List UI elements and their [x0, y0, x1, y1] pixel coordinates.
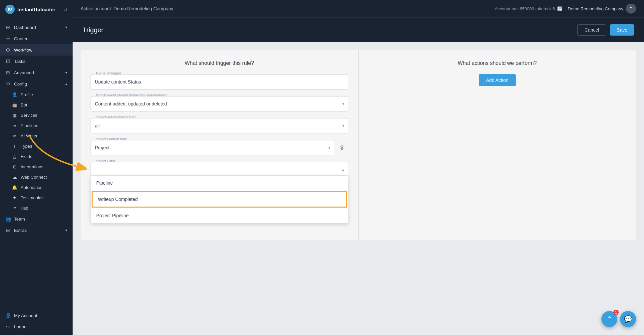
advanced-icon: ⊟ — [5, 70, 11, 75]
web-connect-icon: ☁ — [12, 175, 17, 180]
dropdown-item-pipeline[interactable]: Pipeline — [91, 176, 348, 190]
content-icon: ☰ — [5, 36, 11, 41]
name-field-label: Name of trigger — [95, 71, 123, 75]
notification-badge: 1 — [613, 310, 619, 315]
sidebar-item-fields[interactable]: △ Fields — [0, 151, 73, 162]
filter-select[interactable]: all — [91, 118, 348, 133]
select-filter-group: Select Filter ▴ Pipeline Writeup Complet… — [91, 162, 348, 223]
tokens-text: Account has 650000 tokens left — [495, 6, 555, 11]
event-select[interactable]: Content added, updated or deleted — [91, 96, 348, 111]
select-filter-input[interactable]: ▴ — [91, 162, 348, 177]
sidebar-footer: 👤 My Account ↪ Logout — [0, 307, 73, 335]
filter-select-wrapper: all ▾ — [91, 118, 348, 133]
chat-bubble-button[interactable]: 💬 — [620, 311, 636, 327]
trigger-right-panel: What actions should we perform? Add Acti… — [359, 50, 636, 240]
sidebar-item-testimonials[interactable]: ★ Testimonials — [0, 193, 73, 203]
sidebar-item-label: Profile — [21, 92, 33, 97]
dashboard-icon: ⊞ — [5, 25, 11, 30]
sidebar-item-label: Tasks — [14, 59, 26, 64]
trigger-title: Trigger — [83, 26, 104, 34]
sidebar-item-label: Workflow — [14, 48, 32, 53]
pin-icon[interactable]: ⊿ — [63, 7, 67, 12]
sidebar-item-label: Automation — [21, 185, 43, 190]
sidebar-item-workflow[interactable]: ⬡ Workflow — [0, 44, 73, 56]
topbar: Active account: Demo Remodeling Company … — [73, 0, 644, 17]
sidebar-item-label: Extras — [14, 228, 27, 233]
sidebar-item-integrations[interactable]: ⊞ Integrations — [0, 162, 73, 172]
add-action-button[interactable]: Add Action — [479, 74, 516, 86]
sidebar-item-profile[interactable]: 👤 Profile — [0, 89, 73, 100]
content-type-select[interactable]: Project — [91, 140, 334, 155]
hub-icon: ≡ — [12, 206, 17, 211]
trigger-left-panel: What should trigger this rule? Name of t… — [81, 50, 359, 240]
sidebar-item-my-account[interactable]: 👤 My Account — [0, 310, 73, 321]
content-type-select-wrapper: Project ▾ — [91, 140, 334, 155]
sidebar-item-pipelines[interactable]: ≡ Pipelines — [0, 120, 73, 131]
sidebar-item-label: Integrations — [21, 164, 43, 169]
sidebar-item-hub[interactable]: ≡ Hub — [0, 203, 73, 213]
sidebar-item-label: AI Writer — [21, 133, 37, 138]
sidebar-item-dashboard[interactable]: ⊞ Dashboard ▾ — [0, 22, 73, 33]
right-section-title: What actions should we perform? — [369, 60, 626, 66]
sidebar-item-label: Testimonials — [21, 195, 45, 200]
dropdown-item-project-pipeline[interactable]: Project Pipeline — [91, 208, 348, 223]
sidebar-item-services[interactable]: ▦ Services — [0, 110, 73, 120]
chat-icon: 💬 — [624, 315, 632, 323]
sidebar-item-label: Web Connect — [21, 175, 47, 180]
name-field-group: Name of trigger — [91, 74, 348, 89]
pipelines-icon: ≡ — [12, 123, 17, 128]
sidebar-item-tasks[interactable]: ☑ Tasks — [0, 56, 73, 67]
testimonials-icon: ★ — [12, 195, 17, 200]
sidebar-item-automation[interactable]: 🔔 Automation — [0, 182, 73, 193]
sidebar-item-extras[interactable]: ⊞ Extras ▾ — [0, 225, 73, 236]
active-account-label: Active account: Demo Remodeling Company — [81, 6, 173, 11]
name-input[interactable] — [91, 74, 348, 89]
sidebar-item-bot[interactable]: 🤖 Bot — [0, 100, 73, 110]
services-icon: ▦ — [12, 113, 17, 118]
sidebar-item-team[interactable]: 👥 Team — [0, 213, 73, 225]
filter-field-group: Select automation's filter all ▾ — [91, 118, 348, 133]
content-type-select-wrap: Project ▾ — [91, 140, 334, 155]
refresh-icon[interactable]: 🔄 — [557, 6, 562, 11]
left-section-title: What should trigger this rule? — [91, 60, 348, 66]
my-account-icon: 👤 — [5, 313, 11, 318]
workflow-icon: ⬡ — [5, 47, 11, 53]
dropdown-item-writeup-completed[interactable]: Writeup Completed — [92, 191, 347, 208]
main-content: Active account: Demo Remodeling Company … — [73, 0, 644, 335]
cancel-button[interactable]: Cancel — [577, 24, 606, 36]
sidebar-item-label: Content — [14, 36, 30, 41]
scroll-top-button[interactable]: ⌃ 1 — [601, 311, 617, 327]
sidebar-item-types[interactable]: T Types — [0, 141, 73, 151]
dropdown-list: Pipeline Writeup Completed Project Pipel… — [91, 175, 348, 223]
scroll-top-icon: ⌃ — [607, 315, 612, 323]
filter-dropdown: Pipeline Writeup Completed Project Pipel… — [91, 175, 348, 223]
delete-content-type-button[interactable]: 🗑 — [337, 142, 348, 154]
bot-icon: 🤖 — [12, 102, 17, 107]
sidebar-item-label: Logout — [14, 324, 28, 329]
sidebar-item-content[interactable]: ☰ Content — [0, 33, 73, 44]
sidebar-item-config[interactable]: ⚙ Config ▴ — [0, 78, 73, 89]
sidebar-item-logout[interactable]: ↪ Logout — [0, 321, 73, 332]
chevron-down-icon: ▾ — [65, 228, 67, 233]
chevron-up-icon: ▴ — [65, 82, 67, 86]
sidebar-nav: ⊞ Dashboard ▾ ☰ Content ⬡ Workflow ☑ Tas… — [0, 19, 73, 307]
sidebar-item-advanced[interactable]: ⊟ Advanced ▾ — [0, 67, 73, 78]
avatar: D — [626, 4, 636, 14]
sidebar-item-label: Bot — [21, 102, 27, 107]
sidebar-item-label: Dashboard — [14, 25, 36, 30]
event-field-group: Which event should trigger this automati… — [91, 96, 348, 111]
automation-icon: 🔔 — [12, 185, 17, 190]
fields-icon: △ — [12, 154, 17, 159]
save-button[interactable]: Save — [610, 24, 634, 36]
integrations-icon: ⊞ — [12, 164, 17, 169]
team-icon: 👥 — [5, 216, 11, 222]
app-name: InstantUploader — [17, 7, 55, 12]
sidebar-item-label: My Account — [14, 313, 37, 318]
logout-icon: ↪ — [5, 324, 11, 329]
sidebar-item-web-connect[interactable]: ☁ Web Connect — [0, 172, 73, 182]
tokens-info: Account has 650000 tokens left 🔄 — [495, 6, 562, 11]
tasks-icon: ☑ — [5, 59, 11, 64]
sidebar-item-label: Services — [21, 113, 37, 118]
app-logo[interactable]: IU InstantUploader — [5, 5, 55, 14]
sidebar-item-ai-writer[interactable]: ✏ AI Writer — [0, 131, 73, 141]
